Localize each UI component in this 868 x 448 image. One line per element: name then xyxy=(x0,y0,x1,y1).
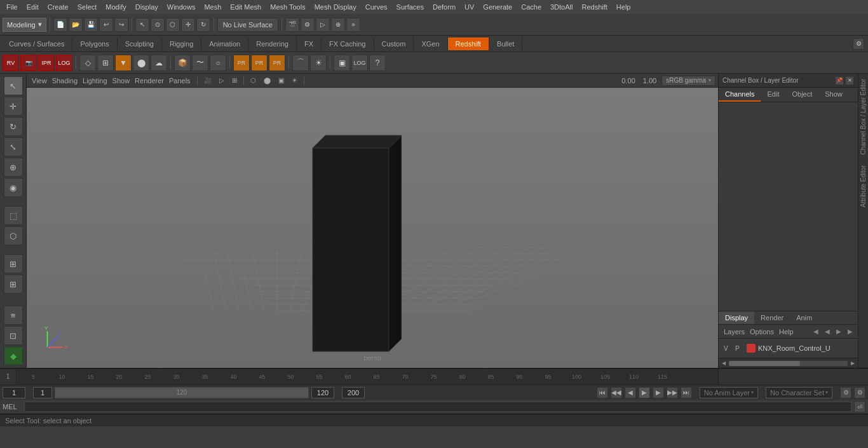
tab-custom[interactable]: Custom xyxy=(374,37,414,50)
cmd-enter-btn[interactable]: ⏎ xyxy=(854,401,865,412)
vp-wireframe-btn[interactable]: ⬡ xyxy=(248,76,259,85)
transform-btn[interactable]: ✛ xyxy=(181,18,195,32)
menu-redshift[interactable]: Redshift xyxy=(578,2,611,12)
tab-polygons[interactable]: Polygons xyxy=(72,37,117,50)
menu-uv[interactable]: UV xyxy=(461,2,478,12)
rs-log2-btn[interactable]: LOG xyxy=(351,55,368,71)
vp-menu-show[interactable]: Show xyxy=(112,77,130,85)
tab-redshift[interactable]: Redshift xyxy=(448,37,489,50)
vp-light-btn[interactable]: ☀ xyxy=(289,76,300,85)
layer-arrow-left[interactable]: ◀ xyxy=(811,327,821,337)
timeline-range-slider[interactable]: 120 xyxy=(55,387,309,398)
rs-grid-btn[interactable]: ⊞ xyxy=(97,55,114,71)
tab-xgen[interactable]: XGen xyxy=(414,37,447,50)
workspace-settings-btn[interactable]: ⚙ xyxy=(853,38,864,50)
orbit-btn[interactable]: ⊕ xyxy=(331,18,345,32)
rs-ipr-btn[interactable]: IPR xyxy=(38,55,55,71)
range-end-input[interactable] xyxy=(311,387,334,398)
render-settings-btn[interactable]: ⚙ xyxy=(301,18,315,32)
pb-go-end[interactable]: ⏭ xyxy=(681,387,692,398)
pb-next-frame[interactable]: ▶ xyxy=(653,387,664,398)
vp-menu-view[interactable]: View xyxy=(32,77,47,85)
live-surface-btn[interactable]: No Live Surface xyxy=(217,18,278,32)
rs-pr1-btn[interactable]: PR xyxy=(233,55,250,71)
vp-menu-panels[interactable]: Panels xyxy=(169,77,191,85)
rs-pr2-btn[interactable]: PR xyxy=(251,55,268,71)
tab-bullet[interactable]: Bullet xyxy=(489,37,523,50)
pb-settings[interactable]: ⚙ xyxy=(840,387,851,398)
scale-tool-left[interactable]: ⤡ xyxy=(4,137,23,156)
layer-arrow-left2[interactable]: ◀ xyxy=(822,327,832,337)
rotate-btn[interactable]: ↻ xyxy=(196,18,210,32)
tab-fx-caching[interactable]: FX Caching xyxy=(322,37,374,50)
marquee-select[interactable]: ⬚ xyxy=(4,206,23,225)
char-set-selector[interactable]: No Character Set ▾ xyxy=(766,387,832,398)
menu-curves[interactable]: Curves xyxy=(362,2,391,12)
rs-cloud-btn[interactable]: ☁ xyxy=(151,55,167,71)
tab-sculpting[interactable]: Sculpting xyxy=(118,37,162,50)
rp-pin-btn[interactable]: 📌 xyxy=(835,76,844,85)
tab-curves-surfaces[interactable]: Curves / Surfaces xyxy=(1,37,72,50)
ch-tab-edit[interactable]: Edit xyxy=(761,88,785,102)
rs-dome-btn[interactable]: ⌒ xyxy=(292,55,309,71)
rs-help-btn[interactable]: ? xyxy=(369,55,386,71)
vp-texture-btn[interactable]: ▣ xyxy=(276,76,287,85)
vert-tab-attr-editor[interactable]: Attribute Editor xyxy=(858,160,868,212)
menu-display[interactable]: Display xyxy=(132,2,162,12)
rs-box-btn[interactable]: 📦 xyxy=(174,55,191,71)
vp-menu-renderer[interactable]: Renderer xyxy=(135,77,164,85)
menu-select[interactable]: Select xyxy=(74,2,101,12)
pb-anim-settings[interactable]: ⚙ xyxy=(854,387,865,398)
menu-surfaces[interactable]: Surfaces xyxy=(393,2,428,12)
pb-next-key[interactable]: ▶▶ xyxy=(667,387,678,398)
rs-wave-btn[interactable]: 〜 xyxy=(192,55,208,71)
menu-create[interactable]: Create xyxy=(44,2,72,12)
open-scene-btn[interactable]: 📂 xyxy=(69,18,83,32)
tab-fx[interactable]: FX xyxy=(297,37,322,50)
menu-windows[interactable]: Windows xyxy=(163,2,200,12)
select-tool-btn[interactable]: ↖ xyxy=(135,18,149,32)
universal-tool-left[interactable]: ⊕ xyxy=(4,158,23,177)
lasso-select-btn[interactable]: ⊙ xyxy=(151,18,165,32)
layers-options[interactable]: Options xyxy=(747,328,776,336)
scrollbar-thumb[interactable] xyxy=(729,361,800,366)
layers-label[interactable]: Layers xyxy=(721,328,747,336)
rs-obj-btn[interactable]: ▼ xyxy=(115,55,132,71)
rs-cam-btn[interactable]: 📷 xyxy=(20,55,37,71)
timeline-ruler[interactable]: 5 10 15 20 25 30 35 40 45 50 55 60 65 70… xyxy=(17,369,718,384)
range-start-input[interactable] xyxy=(33,387,52,398)
scrollbar-left-btn[interactable]: ◀ xyxy=(720,360,728,367)
vert-tab-channel-box[interactable]: Channel Box / Layer Editor xyxy=(858,74,868,160)
move-tool-left[interactable]: ✛ xyxy=(4,97,23,116)
save-scene-btn[interactable]: 💾 xyxy=(84,18,98,32)
menu-generate[interactable]: Generate xyxy=(479,2,516,12)
tab-rendering[interactable]: Rendering xyxy=(248,37,297,50)
menu-cache[interactable]: Cache xyxy=(517,2,545,12)
viewport-canvas[interactable]: X Y Z persp xyxy=(27,88,718,368)
rs-sphere-btn[interactable]: ⬤ xyxy=(133,55,149,71)
layer-btn[interactable]: ≡ xyxy=(4,306,23,325)
menu-modify[interactable]: Modify xyxy=(102,2,130,12)
menu-mesh-tools[interactable]: Mesh Tools xyxy=(266,2,309,12)
menu-file[interactable]: File xyxy=(3,2,22,12)
range-total-input[interactable] xyxy=(342,387,365,398)
lasso-select[interactable]: ⬡ xyxy=(4,226,23,245)
mode-selector[interactable]: Modeling ▾ xyxy=(3,18,46,32)
soft-mod-left[interactable]: ◉ xyxy=(4,178,23,197)
rs-sun-btn[interactable]: ☀ xyxy=(310,55,327,71)
scrollbar-track[interactable] xyxy=(729,361,848,366)
menu-3dtoall[interactable]: 3DtoAll xyxy=(546,2,576,12)
vp-cam-btn[interactable]: 🎥 xyxy=(201,76,214,85)
vp-menu-lighting[interactable]: Lighting xyxy=(83,77,107,85)
current-frame-input[interactable] xyxy=(3,387,25,398)
rs-rv-btn[interactable]: RV xyxy=(3,55,19,71)
anim-layer-selector[interactable]: No Anim Layer ▾ xyxy=(700,387,758,398)
menu-mesh-display[interactable]: Mesh Display xyxy=(311,2,360,12)
redshift-icon-left[interactable]: ◆ xyxy=(4,346,23,365)
vp-solid-btn[interactable]: ⬤ xyxy=(261,76,273,85)
vp-menu-shading[interactable]: Shading xyxy=(52,77,78,85)
render-btn[interactable]: 🎬 xyxy=(285,18,299,32)
vp-grid-toggle[interactable]: ⊞ xyxy=(229,76,240,85)
pb-go-start[interactable]: ⏮ xyxy=(597,387,608,398)
ipr-btn[interactable]: ▷ xyxy=(316,18,330,32)
